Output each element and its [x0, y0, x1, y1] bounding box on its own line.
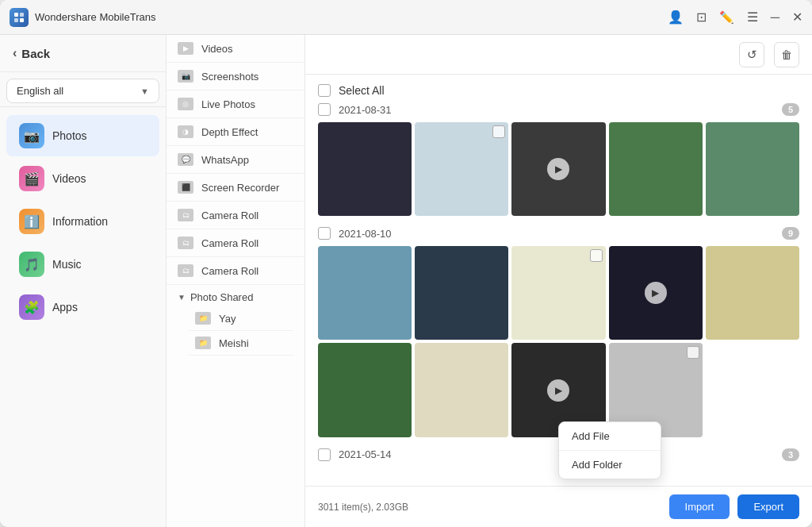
date-count-2: 9	[782, 227, 799, 240]
undo-icon: ↺	[747, 48, 757, 62]
import-button[interactable]: Import	[669, 494, 730, 519]
sidebar-item-apps[interactable]: 🧩 Apps	[6, 287, 159, 328]
sidebar-videos-label: Videos	[52, 172, 86, 185]
middle-item-videos[interactable]: ▶ Videos	[167, 35, 304, 63]
middle-screenrecorder-label: Screen Recorder	[201, 182, 279, 194]
play-icon: ▶	[547, 158, 569, 180]
date-group-3-checkbox[interactable]	[318, 448, 331, 461]
sidebar-apps-label: Apps	[52, 301, 78, 314]
delete-button[interactable]: 🗑	[774, 42, 799, 67]
photo-checkbox[interactable]	[590, 249, 603, 262]
photo-thumb[interactable]	[415, 246, 508, 340]
bottom-bar: 3011 item(s), 2.03GB Import Export	[305, 486, 812, 527]
date-label-1: 2021-08-31	[339, 104, 782, 116]
info-icon: ℹ️	[19, 209, 44, 234]
photo-thumb[interactable]	[318, 122, 412, 216]
profile-icon[interactable]: 👤	[668, 10, 684, 25]
title-bar: Wondershare MobileTrans 👤 ⊡ ✏️ ☰ ─ ✕	[0, 0, 812, 35]
date-group-2: 2021-08-10 9 ▶	[318, 227, 799, 437]
language-label: English all	[17, 85, 140, 97]
photo-thumb[interactable]	[318, 343, 412, 437]
photo-thumb[interactable]	[415, 343, 508, 437]
back-arrow-icon: ‹	[13, 46, 17, 60]
photo-thumb[interactable]	[511, 246, 605, 340]
photo-shared-sub: 📁 Yay 📁 Meishi	[178, 306, 293, 356]
back-button[interactable]: ‹ Back	[0, 35, 166, 72]
middle-cameraroll1-label: Camera Roll	[201, 210, 259, 221]
svg-rect-3	[20, 18, 24, 22]
add-folder-label: Add Folder	[572, 459, 622, 471]
sidebar: ‹ Back English all ▼ 📷 Photos 🎬 Videos	[0, 35, 167, 527]
screen-recorder-icon: ⬛	[178, 181, 193, 194]
language-dropdown[interactable]: English all ▼	[6, 79, 159, 103]
sidebar-item-information[interactable]: ℹ️ Information	[6, 201, 159, 242]
photo-thumb[interactable]	[415, 122, 508, 216]
chevron-down-icon: ▼	[140, 87, 149, 96]
middle-item-camera-roll-2[interactable]: 🗂 Camera Roll	[167, 229, 304, 257]
date-group-2-checkbox[interactable]	[318, 227, 331, 240]
right-panel: ↺ 🗑 Select All 2021-08-31	[305, 35, 812, 527]
yay-label: Yay	[219, 313, 236, 325]
middle-item-meishi[interactable]: 📁 Meishi	[189, 331, 293, 356]
sidebar-item-music[interactable]: 🎵 Music	[6, 244, 159, 285]
middle-item-screen-recorder[interactable]: ⬛ Screen Recorder	[167, 174, 304, 202]
middle-item-depth-effect[interactable]: ◑ Depth Effect	[167, 118, 304, 146]
photo-shared-header[interactable]: ▼ Photo Shared	[178, 291, 293, 303]
window-icon[interactable]: ⊡	[696, 10, 707, 25]
app-logo	[10, 8, 29, 27]
sidebar-item-photos[interactable]: 📷 Photos	[6, 115, 159, 156]
photo-thumb[interactable]	[706, 246, 799, 340]
photo-grid-2b: ▶	[318, 343, 799, 437]
undo-button[interactable]: ↺	[739, 42, 764, 67]
camera-roll-1-icon: 🗂	[178, 209, 193, 221]
middle-item-camera-roll-1[interactable]: 🗂 Camera Roll	[167, 202, 304, 229]
pen-icon[interactable]: ✏️	[719, 10, 734, 25]
select-all-row: Select All	[318, 84, 799, 97]
svg-rect-2	[14, 18, 18, 22]
middle-cameraroll2-label: Camera Roll	[201, 237, 259, 249]
close-icon[interactable]: ✕	[792, 10, 802, 25]
photo-thumb[interactable]: ▶	[511, 122, 605, 216]
photo-grid-2: ▶	[318, 246, 799, 340]
middle-item-camera-roll-3[interactable]: 🗂 Camera Roll	[167, 257, 304, 285]
whatsapp-icon: 💬	[178, 153, 193, 166]
middle-item-screenshots[interactable]: 📷 Screenshots	[167, 63, 304, 90]
photo-shared-arrow-icon: ▼	[178, 293, 186, 302]
photo-thumb[interactable]	[318, 246, 412, 340]
middle-depth-label: Depth Effect	[201, 126, 258, 138]
middle-item-yay[interactable]: 📁 Yay	[189, 306, 293, 331]
music-icon: 🎵	[19, 252, 44, 277]
photo-checkbox[interactable]	[492, 125, 505, 138]
photo-shared-section: ▼ Photo Shared 📁 Yay 📁 Meishi	[167, 285, 304, 359]
minimize-icon[interactable]: ─	[771, 10, 779, 25]
photo-thumb[interactable]	[706, 122, 799, 216]
sidebar-music-label: Music	[52, 258, 82, 271]
photo-thumb[interactable]	[609, 122, 703, 216]
live-photo-icon: ◎	[178, 98, 193, 110]
date-group-1-checkbox[interactable]	[318, 103, 331, 116]
export-button[interactable]: Export	[737, 494, 799, 519]
svg-rect-1	[20, 13, 24, 17]
svg-rect-0	[14, 13, 18, 17]
menu-icon[interactable]: ☰	[747, 10, 758, 25]
photo-grid-1: ▶	[318, 122, 799, 216]
date-group-1: 2021-08-31 5 ▶	[318, 103, 799, 216]
middle-cameraroll3-label: Camera Roll	[201, 265, 259, 277]
camera-roll-3-icon: 🗂	[178, 264, 193, 277]
middle-item-whatsapp[interactable]: 💬 WhatsApp	[167, 146, 304, 174]
select-all-checkbox[interactable]	[318, 84, 331, 97]
sidebar-nav: 📷 Photos 🎬 Videos ℹ️ Information 🎵 Music…	[0, 107, 166, 527]
photo-checkbox[interactable]	[687, 346, 699, 359]
sidebar-info-label: Information	[52, 215, 108, 228]
middle-item-live-photos[interactable]: ◎ Live Photos	[167, 90, 304, 118]
photo-thumb[interactable]: ▶	[609, 246, 703, 340]
date-row-1: 2021-08-31 5	[318, 103, 799, 116]
sidebar-item-videos[interactable]: 🎬 Videos	[6, 158, 159, 199]
depth-effect-icon: ◑	[178, 125, 193, 138]
add-file-menu-item[interactable]: Add File	[559, 422, 661, 451]
apps-icon: 🧩	[19, 294, 44, 320]
date-count-3: 3	[782, 448, 799, 461]
back-label: Back	[21, 47, 50, 60]
add-file-label: Add File	[572, 430, 610, 442]
add-folder-menu-item[interactable]: Add Folder	[559, 451, 661, 479]
